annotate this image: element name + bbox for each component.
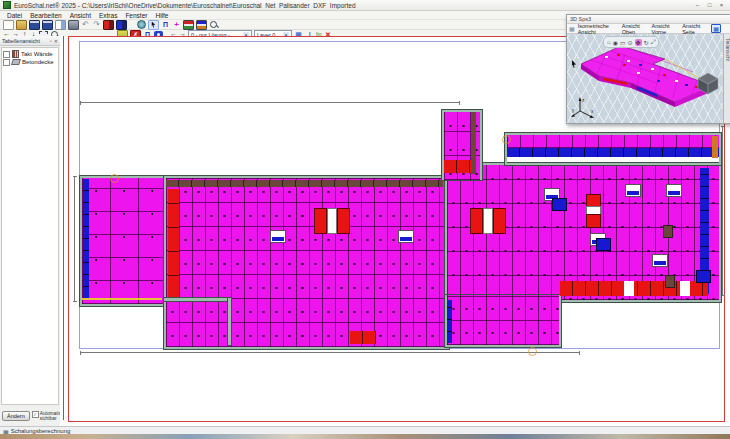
column-white-blue [652,254,668,267]
column-gap [624,281,634,296]
viewer-3d-viewport[interactable]: ⌂ ◉ ▭ ⊙ ✥ ↻ ⤢ z x y [567,34,730,123]
concrete-slab-icon [11,59,21,65]
grid-blue-icon[interactable]: ▦ [711,24,721,33]
filler-strip-red [168,189,179,299]
dimension-line-top [80,102,460,103]
filler-strip-blue-left [83,179,89,298]
app-icon [3,1,11,9]
dimension-line-left [74,176,75,302]
close-icon[interactable]: ✕ [54,38,58,44]
viewer-3d-nav-toolbar: ⌂ ◉ ▭ ⊙ ✥ ↻ ⤢ [603,36,659,48]
upper-strip-panels [507,135,719,148]
select-cursor-icon[interactable] [148,20,159,30]
paint-red-icon[interactable] [103,20,114,30]
maximize-button[interactable]: □ [704,1,715,10]
view-isometric-button[interactable]: Isometrische Ansicht [578,23,619,35]
panels-red-icon[interactable] [183,20,194,30]
svg-text:y: y [572,108,575,113]
blue-panel [596,238,611,251]
window-controls: – □ × [692,1,727,10]
print-icon[interactable] [68,20,79,30]
layer-tree: Takt Wände Betondecke [1,47,59,405]
column-white-blue [270,230,286,243]
fullscreen-icon[interactable]: ⤢ [651,39,656,46]
column-red-stack [586,194,599,228]
marker-circle [528,347,537,356]
viewer-3d-toolbar: ▦ Isometrische Ansicht Ansicht Oben Ansi… [567,24,730,34]
upper-strip-filler-orange [712,136,718,158]
tree-item-label: Betondecke [22,59,54,65]
paint-blue-icon[interactable] [116,20,127,30]
slab-upper-strip[interactable] [505,133,721,165]
undo-icon[interactable]: ↶ [81,21,90,29]
slab-bottom-extension[interactable] [445,295,561,347]
insert-point-icon[interactable]: + [172,21,181,29]
view-front-button[interactable]: Ansicht Vorne [652,23,680,35]
tree-item-label: Takt Wände [21,51,53,57]
checkbox[interactable] [3,59,10,66]
slab-center-band[interactable] [164,176,449,349]
column-white-blue [625,184,641,197]
open-folder-icon[interactable] [16,20,27,30]
axis-triad: z x y [571,95,597,121]
checkbox-checked[interactable]: ✓ [32,411,39,418]
close-button[interactable]: × [716,1,727,10]
menu-datei[interactable]: Datei [7,12,22,19]
window-title: EuroSchal.net® 2025 - C:\Users\IrlSchi\O… [14,2,689,9]
zoom-icon[interactable] [209,21,218,29]
view-top-button[interactable]: Ansicht Oben [622,23,649,35]
viewer-3d-title: 3D Sps3 [570,16,591,22]
menu-hilfe[interactable]: Hilfe [155,12,168,19]
menu-fenster[interactable]: Fenster [125,12,147,19]
tree-item-betondecke[interactable]: Betondecke [3,58,57,66]
change-button[interactable]: Ändern [2,411,30,421]
auto-visible-checkbox[interactable]: ✓ Automatisch sichtbar [32,411,58,421]
grid-icon[interactable]: ▦ [569,25,575,32]
accent-yellow-left [82,298,162,300]
column-gap [680,281,690,296]
zoom-icon[interactable]: ⊙ [628,39,633,46]
dimension-line-bottom [80,352,580,353]
menu-extras[interactable]: Extras [99,12,117,19]
viewer-3d-side-tab[interactable]: Teilansicht [723,34,730,123]
menu-ansicht[interactable]: Ansicht [70,12,91,19]
save-icon[interactable] [29,20,40,30]
zoom-window-icon[interactable]: ▭ [620,39,626,46]
pan-icon-active[interactable]: ✥ [635,39,642,46]
rotate-icon[interactable]: ↻ [644,39,649,46]
view-side-button[interactable]: Ansicht Seite [682,23,708,35]
blue-panel [552,198,567,211]
eye-icon[interactable]: ◉ [613,39,618,46]
pan-view-icon[interactable] [137,20,146,29]
print-preview-icon[interactable] [55,20,66,30]
column-white-blue [666,184,682,197]
red-panel [586,214,601,228]
redo-icon[interactable]: ↷ [92,21,101,29]
minimize-button[interactable]: – [692,1,703,10]
sidebar-footer: Ändern ✓ Automatisch sichtbar [0,406,60,426]
home-icon[interactable]: ⌂ [607,39,611,45]
slab-left-block[interactable] [80,176,168,306]
wall-tool-icon[interactable]: Π [161,21,170,29]
save-all-icon[interactable] [42,20,53,30]
interior-wall [228,298,231,345]
panels-blue-icon[interactable] [196,20,207,30]
navigation-cube[interactable] [695,70,721,96]
dimension-line-right [722,126,723,296]
wall-takt-icon [12,50,19,58]
application-window: EuroSchal.net® 2025 - C:\Users\IrlSchi\O… [0,0,730,439]
pin-icon[interactable]: ▫ [50,38,52,44]
brown-panel [665,275,675,288]
marker-circle [110,174,119,183]
sidebar-header: Tabellenansicht ▫ ✕ [0,36,60,46]
viewer-3d-window: 3D Sps3 ▦ Isometrische Ansicht Ansicht O… [566,14,730,124]
checkbox[interactable] [3,51,10,58]
blue-panel [696,270,711,283]
sidebar-tabellenansicht: Tabellenansicht ▫ ✕ Takt Wände Betondeck… [0,36,61,426]
bottom-red-row [560,281,708,296]
menu-bearbeiten[interactable]: Bearbeiten [30,12,61,19]
svg-text:z: z [582,98,585,103]
titlebar: EuroSchal.net® 2025 - C:\Users\IrlSchi\O… [0,0,730,11]
tree-item-takt-waende[interactable]: Takt Wände [3,50,57,58]
new-file-icon[interactable] [3,20,14,30]
